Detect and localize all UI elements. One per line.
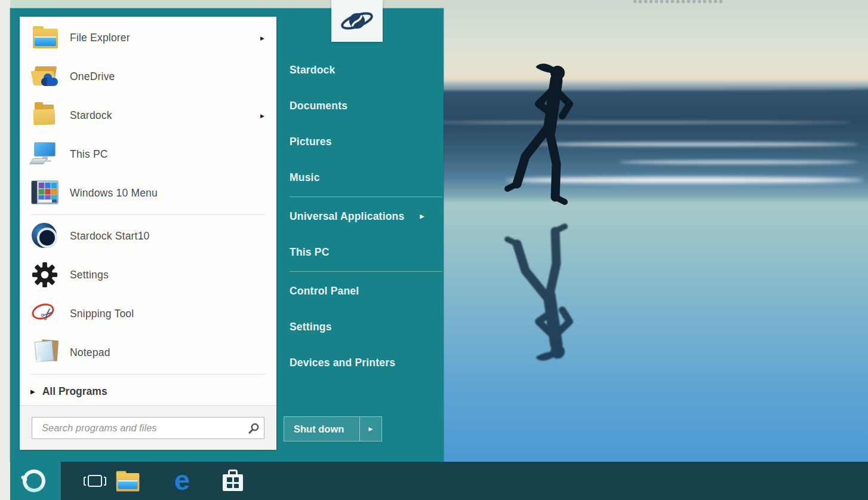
menu-item-stardock[interactable]: Stardock ▶ (20, 96, 276, 135)
stardock-saturn-logo (340, 5, 374, 37)
this-pc-icon (30, 140, 61, 170)
submenu-arrow-icon: ▶ (369, 426, 373, 432)
search-section (20, 405, 276, 450)
start10-icon (30, 222, 61, 251)
right-item-stardock[interactable]: Stardock (290, 52, 444, 88)
edge-button[interactable]: e (168, 462, 196, 500)
menu-item-label: Settings (70, 269, 268, 281)
file-explorer-icon (30, 23, 61, 53)
submenu-arrow-icon: ▶ (260, 35, 264, 41)
notepad-icon (30, 338, 61, 368)
store-button[interactable] (218, 462, 247, 500)
submenu-arrow-icon: ▶ (420, 213, 424, 219)
right-item-devices-and-printers[interactable]: Devices and Printers (290, 345, 444, 381)
shutdown-options-arrow[interactable]: ▶ (360, 417, 381, 441)
menu-item-notepad[interactable]: Notepad (20, 333, 276, 372)
store-icon (222, 469, 244, 493)
menu-item-this-pc[interactable]: This PC (20, 135, 276, 174)
snipping-tool-icon: ✂ (30, 299, 61, 329)
menu-divider (290, 197, 442, 197)
menu-item-windows10-menu[interactable]: Windows 10 Menu (20, 174, 276, 213)
right-item-this-pc[interactable]: This PC (290, 234, 444, 270)
menu-item-label: Snipping Tool (70, 308, 268, 320)
menu-item-label: File Explorer (70, 32, 260, 44)
start-menu-right-panel: Stardock Documents Pictures Music Univer… (290, 52, 444, 381)
right-item-label: Music (290, 171, 320, 184)
right-item-universal-applications[interactable]: Universal Applications ▶ (290, 198, 444, 234)
menu-item-snipping-tool[interactable]: ✂ Snipping Tool (20, 295, 276, 333)
right-item-label: This PC (290, 246, 330, 259)
submenu-arrow-icon: ▶ (260, 113, 264, 119)
right-item-pictures[interactable]: Pictures (290, 124, 444, 159)
menu-item-label: This PC (70, 148, 268, 161)
start10-ring-icon (22, 469, 46, 493)
shutdown-label: Shut down (284, 417, 359, 441)
start10-button[interactable] (20, 462, 48, 500)
start-menu: File Explorer ▶ OneDrive Stardock ▶ This… (10, 8, 444, 462)
search-input[interactable] (32, 422, 244, 434)
right-item-label: Documents (290, 100, 347, 112)
right-item-label: Devices and Printers (290, 357, 395, 369)
menu-item-onedrive[interactable]: OneDrive (20, 57, 276, 96)
runner-silhouette (495, 61, 591, 216)
menu-item-settings[interactable]: Settings (20, 256, 276, 295)
menu-divider (290, 271, 442, 272)
all-programs-label: All Programs (42, 385, 107, 398)
folder-icon (30, 101, 61, 131)
expand-arrow-icon: ▶ (30, 388, 35, 395)
desktop-screen: File Explorer ▶ OneDrive Stardock ▶ This… (0, 0, 868, 500)
menu-item-label: Stardock Start10 (70, 230, 268, 243)
task-view-icon (83, 474, 107, 487)
menu-item-label: Stardock (70, 109, 260, 122)
menu-item-label: Windows 10 Menu (70, 187, 268, 200)
all-programs-item[interactable]: ▶ All Programs (20, 376, 276, 406)
gear-icon (30, 260, 61, 290)
task-view-button[interactable] (81, 462, 109, 500)
search-box (32, 417, 264, 439)
menu-item-file-explorer[interactable]: File Explorer ▶ (20, 19, 276, 57)
edge-icon: e (174, 466, 190, 494)
file-explorer-icon (114, 468, 143, 493)
runner-reflection (495, 213, 591, 363)
menu-item-stardock-start10[interactable]: Stardock Start10 (20, 217, 276, 256)
shutdown-button[interactable]: Shut down ▶ (284, 416, 382, 441)
onedrive-icon (30, 62, 61, 92)
menu-divider (30, 214, 266, 215)
windows10-menu-icon (30, 179, 61, 208)
file-explorer-button[interactable] (118, 462, 147, 500)
cropped-caption-artifact (633, 0, 723, 3)
right-item-control-panel[interactable]: Control Panel (290, 273, 444, 309)
taskbar: e (10, 462, 868, 500)
right-item-label: Control Panel (290, 285, 359, 297)
right-item-label: Settings (290, 321, 332, 333)
wave-foam (619, 160, 858, 164)
menu-divider (30, 374, 266, 375)
right-item-documents[interactable]: Documents (290, 88, 444, 124)
magnifier-icon[interactable] (244, 422, 264, 434)
right-item-label: Universal Applications (290, 210, 404, 223)
stardock-logo-tile (331, 0, 383, 42)
right-item-label: Pictures (290, 136, 332, 148)
right-item-music[interactable]: Music (290, 159, 444, 195)
start-menu-left-panel: File Explorer ▶ OneDrive Stardock ▶ This… (20, 17, 276, 450)
right-item-settings[interactable]: Settings (290, 309, 444, 345)
menu-item-label: OneDrive (70, 70, 268, 83)
wave-foam (422, 121, 852, 124)
right-item-label: Stardock (290, 64, 335, 76)
menu-item-label: Notepad (70, 346, 268, 359)
